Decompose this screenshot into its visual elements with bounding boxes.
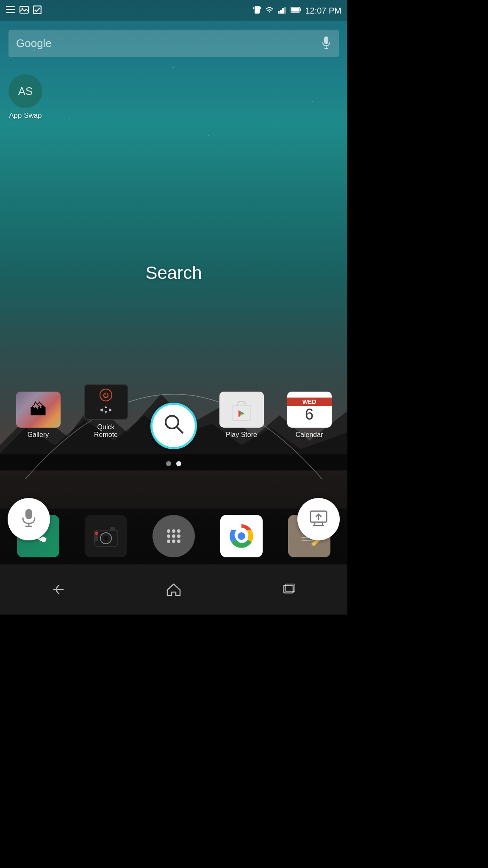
voice-button[interactable]	[8, 498, 50, 540]
svg-rect-41	[110, 527, 115, 531]
status-bar: 12:07 PM	[0, 0, 347, 21]
svg-point-48	[172, 534, 175, 538]
status-time: 12:07 PM	[305, 6, 341, 16]
recents-button[interactable]	[272, 577, 306, 602]
arrows-icon: ▲ ◀ ▶ ▼	[100, 403, 112, 416]
signal-icon	[278, 6, 287, 15]
quick-remote-app[interactable]: ▲ ◀ ▶ ▼ QuickRemote	[78, 384, 133, 439]
search-magnifier-icon	[163, 413, 185, 440]
svg-rect-4	[6, 12, 15, 13]
svg-text:▼: ▼	[104, 410, 108, 414]
svg-rect-9	[253, 7, 254, 9]
quick-settings-icon	[309, 509, 328, 530]
google-search-bar[interactable]: Google	[8, 30, 339, 57]
svg-rect-18	[324, 36, 328, 44]
page-dots	[166, 461, 181, 466]
svg-rect-13	[282, 8, 284, 14]
app-swap-label: App Swap	[9, 111, 42, 120]
svg-point-49	[177, 534, 180, 538]
search-label: Search	[0, 263, 347, 283]
svg-text:▲: ▲	[104, 404, 108, 409]
svg-point-51	[172, 540, 175, 543]
page-dot-2[interactable]	[176, 461, 181, 466]
gallery-icon	[16, 392, 61, 428]
svg-rect-10	[260, 7, 261, 9]
chrome-app[interactable]	[220, 515, 263, 557]
calendar-day: WED	[287, 398, 332, 406]
svg-rect-11	[278, 11, 280, 14]
svg-rect-3	[6, 9, 15, 10]
notification-icon	[6, 6, 15, 16]
camera-app[interactable]	[85, 515, 127, 557]
svg-rect-29	[25, 509, 32, 519]
quick-remote-label: QuickRemote	[94, 423, 118, 439]
microphone-icon[interactable]	[321, 36, 331, 51]
svg-rect-2	[6, 6, 15, 7]
play-store-app[interactable]: Play Store	[214, 392, 269, 439]
svg-rect-12	[280, 10, 282, 14]
checkmark-icon	[33, 6, 42, 16]
calendar-icon: WED 6	[287, 392, 332, 428]
home-button[interactable]	[157, 577, 191, 602]
svg-point-40	[103, 536, 108, 541]
status-bar-left	[6, 6, 42, 16]
svg-line-28	[177, 427, 183, 433]
bottom-dock	[0, 509, 347, 564]
quick-settings-button[interactable]	[297, 498, 340, 540]
svg-point-55	[238, 532, 245, 540]
app-swap-icon: AS	[8, 74, 42, 108]
svg-rect-8	[255, 6, 260, 14]
power-icon	[100, 389, 112, 401]
svg-point-47	[167, 534, 170, 538]
navigation-bar	[0, 565, 347, 615]
svg-point-45	[172, 529, 175, 533]
gallery-app[interactable]: Gallery	[11, 392, 66, 439]
svg-rect-16	[300, 8, 301, 11]
google-logo-text: Google	[16, 37, 321, 50]
back-button[interactable]	[41, 577, 75, 602]
app-swap-shortcut[interactable]: AS App Swap	[8, 74, 42, 120]
page-dot-1[interactable]	[166, 461, 171, 466]
search-button[interactable]	[150, 403, 197, 449]
calendar-app[interactable]: WED 6 Calendar	[282, 392, 337, 439]
battery-icon	[291, 6, 302, 15]
svg-point-52	[177, 540, 180, 543]
svg-point-50	[167, 540, 170, 543]
vibrate-icon	[253, 5, 261, 16]
quick-remote-icon: ▲ ◀ ▶ ▼	[84, 384, 128, 420]
svg-point-42	[95, 531, 98, 535]
gallery-label: Gallery	[28, 431, 49, 439]
svg-rect-17	[291, 8, 299, 12]
svg-rect-43	[95, 535, 98, 541]
wifi-icon	[264, 6, 274, 15]
voice-mic-icon	[20, 508, 37, 531]
svg-rect-14	[284, 7, 286, 14]
app-drawer-button[interactable]	[152, 515, 195, 557]
play-store-label: Play Store	[226, 431, 257, 439]
svg-text:◀: ◀	[100, 407, 103, 412]
svg-rect-7	[33, 6, 41, 14]
svg-text:▶: ▶	[109, 407, 112, 412]
svg-point-44	[167, 529, 170, 533]
calendar-date: 6	[305, 406, 313, 422]
svg-point-46	[177, 529, 180, 533]
status-bar-right: 12:07 PM	[253, 5, 341, 16]
image-icon	[19, 6, 29, 16]
play-store-icon	[219, 392, 264, 428]
calendar-label: Calendar	[296, 431, 323, 439]
